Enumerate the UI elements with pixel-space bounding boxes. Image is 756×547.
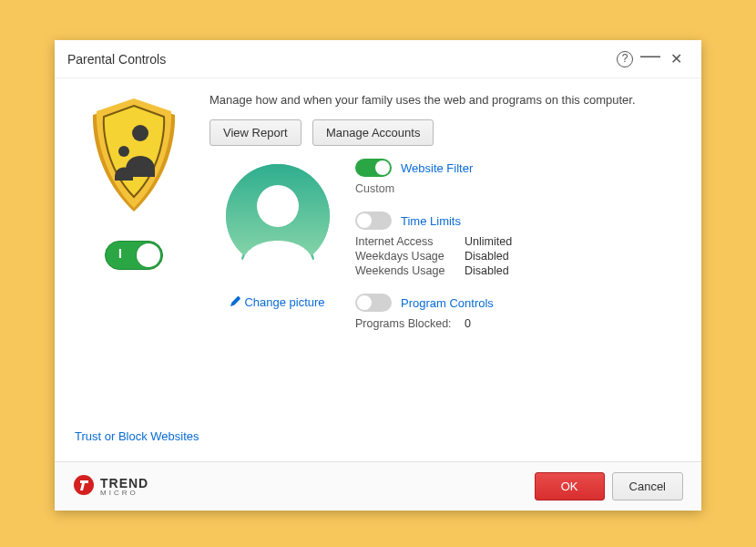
time-limits-block: Time Limits Internet AccessUnlimited Wee… bbox=[355, 212, 681, 277]
brand-name: TREND bbox=[100, 477, 148, 490]
parental-controls-window: Parental Controls ? — ✕ I bbox=[55, 40, 701, 511]
website-filter-link[interactable]: Website Filter bbox=[401, 161, 473, 175]
titlebar: Parental Controls ? — ✕ bbox=[55, 40, 701, 78]
window-body: I Manage how and when your family uses t… bbox=[55, 78, 701, 461]
cancel-button[interactable]: Cancel bbox=[612, 472, 683, 501]
footer: TREND MICRO OK Cancel bbox=[55, 461, 701, 511]
master-toggle-label: I bbox=[118, 246, 122, 261]
close-icon: ✕ bbox=[670, 50, 682, 67]
family-shield-icon bbox=[84, 98, 184, 221]
help-button[interactable]: ? bbox=[612, 46, 638, 72]
close-button[interactable]: ✕ bbox=[663, 46, 689, 72]
program-controls-block: Program Controls Programs Blocked:0 bbox=[355, 294, 681, 330]
program-controls-row: Programs Blocked:0 bbox=[355, 317, 681, 330]
help-icon: ? bbox=[617, 51, 633, 67]
time-limits-link[interactable]: Time Limits bbox=[401, 214, 461, 228]
svg-point-0 bbox=[132, 125, 148, 141]
master-toggle[interactable]: I bbox=[105, 241, 163, 270]
time-limits-row: Weekdays UsageDisabled bbox=[355, 250, 681, 263]
sidebar: I bbox=[75, 98, 193, 274]
minimize-button[interactable]: — bbox=[638, 46, 663, 72]
manage-accounts-button[interactable]: Manage Accounts bbox=[312, 119, 434, 146]
website-filter-mode: Custom bbox=[355, 182, 681, 195]
website-filter-toggle[interactable] bbox=[355, 159, 392, 177]
change-picture-link[interactable]: Change picture bbox=[209, 295, 346, 309]
time-limits-row: Internet AccessUnlimited bbox=[355, 235, 681, 248]
window-title: Parental Controls bbox=[67, 52, 612, 67]
description-text: Manage how and when your family uses the… bbox=[209, 93, 681, 107]
brand-icon bbox=[73, 474, 95, 500]
time-limits-row: Weekends UsageDisabled bbox=[355, 264, 681, 277]
svg-point-1 bbox=[118, 146, 129, 157]
view-report-button[interactable]: View Report bbox=[209, 119, 301, 146]
time-limits-toggle[interactable] bbox=[355, 212, 392, 230]
brand-subname: MICRO bbox=[100, 490, 148, 497]
pencil-icon bbox=[230, 295, 241, 309]
svg-point-7 bbox=[257, 185, 299, 227]
profile-section: Change picture Website Filter Custom bbox=[209, 159, 681, 346]
profile-avatar-icon-overlay bbox=[220, 159, 335, 274]
minimize-icon: — bbox=[640, 51, 660, 60]
ok-button[interactable]: OK bbox=[535, 472, 605, 501]
website-filter-block: Website Filter Custom bbox=[355, 159, 681, 195]
program-controls-toggle[interactable] bbox=[355, 294, 392, 312]
toggle-knob bbox=[137, 243, 160, 267]
program-controls-link[interactable]: Program Controls bbox=[401, 296, 494, 310]
settings-list: Website Filter Custom Time Limits Intern… bbox=[355, 159, 681, 346]
trust-or-block-link[interactable]: Trust or Block Websites bbox=[75, 429, 199, 443]
brand-logo: TREND MICRO bbox=[73, 474, 535, 500]
content-area: Manage how and when your family uses the… bbox=[209, 93, 681, 346]
